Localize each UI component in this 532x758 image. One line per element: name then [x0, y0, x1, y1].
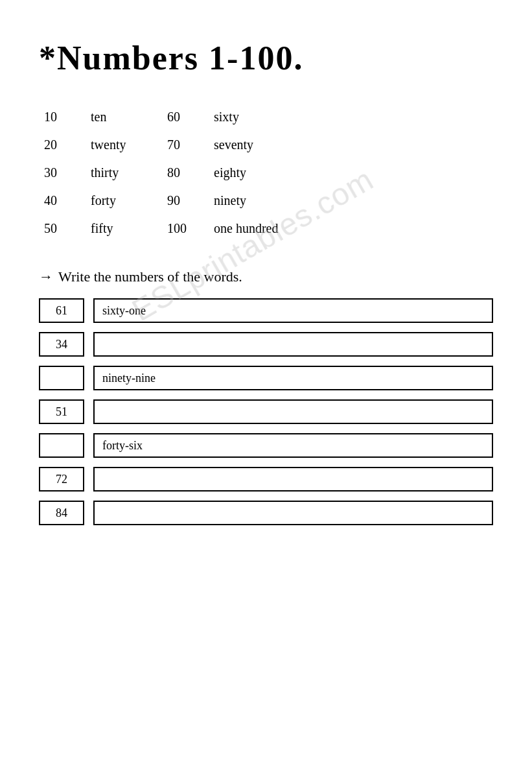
number-entry: 100: [162, 215, 201, 243]
exercise-row: 34: [39, 332, 493, 357]
number-entry: thirty: [78, 159, 162, 187]
word-box[interactable]: [93, 332, 493, 357]
number-entry: twenty: [78, 131, 162, 159]
number-entry: sixty: [201, 103, 305, 131]
number-entry: 40: [39, 187, 78, 215]
number-entry: eighty: [201, 159, 305, 187]
number-entry: 80: [162, 159, 201, 187]
exercise-row: forty-six: [39, 433, 493, 458]
instruction-arrow: →: [39, 268, 53, 285]
number-entry: one hundred: [201, 215, 305, 243]
exercise-rows: 61sixty-one34ninety-nine51forty-six7284: [39, 298, 493, 525]
number-box[interactable]: 72: [39, 467, 84, 492]
number-entry: ninety: [201, 187, 305, 215]
number-entry: 60: [162, 103, 201, 131]
exercise-row: 84: [39, 501, 493, 525]
page-title: *Numbers 1-100.: [39, 39, 493, 77]
number-entry: 30: [39, 159, 78, 187]
number-entry: 20: [39, 131, 78, 159]
word-box[interactable]: [93, 399, 493, 424]
number-entry: 70: [162, 131, 201, 159]
number-entry: ten: [78, 103, 162, 131]
word-box[interactable]: [93, 501, 493, 525]
number-box[interactable]: 51: [39, 399, 84, 424]
number-entry: seventy: [201, 131, 305, 159]
number-entry: 10: [39, 103, 78, 131]
exercise-row: ninety-nine: [39, 366, 493, 390]
number-entry: 50: [39, 215, 78, 243]
number-box[interactable]: 34: [39, 332, 84, 357]
numbers-table: 10ten60sixty20twenty70seventy30thirty80e…: [39, 103, 493, 243]
word-box[interactable]: forty-six: [93, 433, 493, 458]
number-entry: forty: [78, 187, 162, 215]
word-box[interactable]: ninety-nine: [93, 366, 493, 390]
title-star: *: [39, 40, 57, 77]
instruction: → Write the numbers of the words.: [39, 268, 493, 285]
exercise-row: 72: [39, 467, 493, 492]
word-box[interactable]: sixty-one: [93, 298, 493, 323]
number-box[interactable]: 61: [39, 298, 84, 323]
word-box[interactable]: [93, 467, 493, 492]
number-entry: fifty: [78, 215, 162, 243]
instruction-text: Write the numbers of the words.: [58, 268, 242, 285]
exercise-row: 51: [39, 399, 493, 424]
number-box[interactable]: 84: [39, 501, 84, 525]
number-entry: 90: [162, 187, 201, 215]
number-box[interactable]: [39, 433, 84, 458]
number-box[interactable]: [39, 366, 84, 390]
exercise-row: 61sixty-one: [39, 298, 493, 323]
